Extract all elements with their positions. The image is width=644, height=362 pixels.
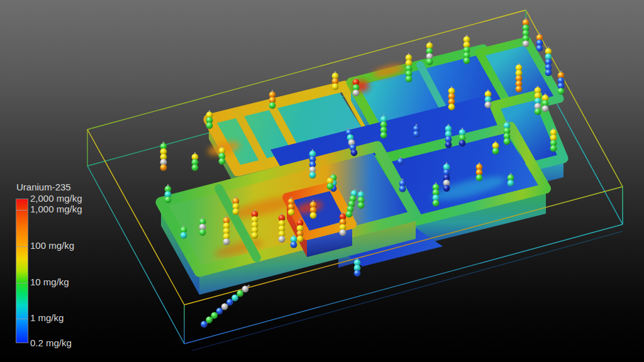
- borehole-string: [219, 146, 226, 165]
- sample-sphere: [443, 185, 450, 192]
- borehole-string: [426, 41, 433, 65]
- borehole-string: [288, 197, 295, 216]
- sample-sphere: [340, 229, 347, 236]
- sample-sphere: [206, 317, 213, 324]
- sample-sphere: [536, 45, 543, 52]
- sample-sphere: [226, 299, 233, 306]
- sample-sphere: [291, 241, 297, 248]
- sample-sphere: [399, 185, 406, 192]
- borehole-string: [516, 63, 523, 92]
- borehole-string: [252, 209, 258, 239]
- sample-sphere: [279, 236, 286, 243]
- sample-sphere: [310, 212, 317, 219]
- borehole-string: [165, 184, 172, 203]
- sample-sphere: [445, 141, 452, 148]
- sample-sphere: [180, 232, 187, 239]
- borehole-string: [448, 86, 455, 110]
- sample-sphere: [351, 150, 358, 156]
- borehole-string: [160, 141, 167, 171]
- borehole-string: [536, 33, 543, 52]
- sample-sphere: [413, 131, 420, 138]
- sample-sphere: [358, 202, 365, 209]
- borehole-string: [523, 18, 530, 47]
- sample-sphere: [233, 208, 240, 215]
- borehole-string: [485, 89, 492, 108]
- sample-sphere: [380, 132, 387, 139]
- sample-sphere: [269, 102, 276, 109]
- sample-sphere: [523, 40, 530, 47]
- sample-sphere: [397, 158, 404, 165]
- sample-sphere: [508, 180, 514, 187]
- borehole-string: [297, 218, 304, 242]
- sample-sphere: [485, 101, 492, 108]
- borehole-string: [464, 35, 470, 64]
- sample-sphere: [216, 308, 223, 315]
- sample-sphere: [332, 83, 339, 90]
- sample-sphere: [516, 85, 523, 92]
- borehole-string: [233, 196, 240, 215]
- borehole-string: [353, 77, 360, 96]
- sample-sphere: [476, 174, 483, 181]
- borehole-string: [309, 149, 316, 178]
- sample-sphere: [242, 286, 249, 293]
- sample-sphere: [545, 69, 552, 76]
- viewport-3d[interactable]: [0, 0, 644, 362]
- sample-sphere: [504, 138, 511, 145]
- borehole-string: [340, 212, 347, 236]
- borehole-string: [206, 110, 213, 129]
- borehole-string: [380, 114, 387, 138]
- borehole-string: [443, 162, 450, 192]
- sample-sphere: [221, 304, 228, 310]
- sample-sphere: [406, 75, 413, 82]
- sample-sphere: [464, 57, 470, 64]
- sample-sphere: [231, 295, 238, 302]
- borehole-string: [535, 85, 541, 115]
- borehole-string: [332, 71, 339, 90]
- borehole-string: [269, 90, 276, 109]
- borehole-string: [199, 217, 206, 236]
- borehole-string: [459, 128, 466, 146]
- sample-sphere: [448, 104, 455, 111]
- visualization-stage: Uranium-235 2,000 mg/kg 1,000 mg/kg 100 …: [0, 0, 644, 362]
- sample-sphere: [353, 89, 360, 96]
- sample-sphere: [354, 270, 361, 277]
- sample-sphere: [165, 196, 172, 203]
- sample-sphere: [206, 122, 213, 129]
- sample-sphere: [192, 164, 199, 171]
- borehole-string: [358, 190, 365, 209]
- sample-sphere: [459, 140, 466, 146]
- sample-sphere: [327, 183, 334, 190]
- sample-sphere: [492, 148, 499, 155]
- borehole-string: [279, 213, 286, 243]
- sample-sphere: [201, 321, 208, 328]
- borehole-string: [476, 162, 483, 181]
- sample-sphere: [219, 158, 226, 165]
- sample-sphere: [160, 164, 167, 171]
- sample-sphere: [288, 209, 295, 216]
- borehole-string: [433, 182, 440, 206]
- sample-sphere: [433, 200, 440, 207]
- sample-sphere: [535, 108, 541, 115]
- borehole-string: [406, 53, 413, 82]
- borehole-string: [550, 128, 557, 151]
- sample-sphere: [236, 290, 243, 297]
- sample-sphere: [199, 229, 206, 236]
- borehole-string: [354, 258, 361, 277]
- sample-sphere: [346, 211, 353, 217]
- sample-sphere: [550, 145, 557, 152]
- borehole-string: [445, 124, 452, 148]
- borehole-string: [223, 216, 230, 245]
- sample-sphere: [211, 312, 218, 319]
- sample-sphere: [542, 105, 549, 112]
- sample-sphere: [309, 172, 316, 178]
- borehole-string: [542, 93, 549, 112]
- borehole-string: [310, 200, 317, 219]
- sample-sphere: [426, 58, 433, 65]
- borehole-string: [558, 70, 565, 94]
- sample-sphere: [558, 88, 565, 95]
- borehole-string: [504, 121, 511, 145]
- sample-sphere: [252, 232, 258, 239]
- sample-sphere: [297, 236, 304, 243]
- borehole-string: [192, 152, 199, 171]
- borehole-string: [545, 47, 552, 76]
